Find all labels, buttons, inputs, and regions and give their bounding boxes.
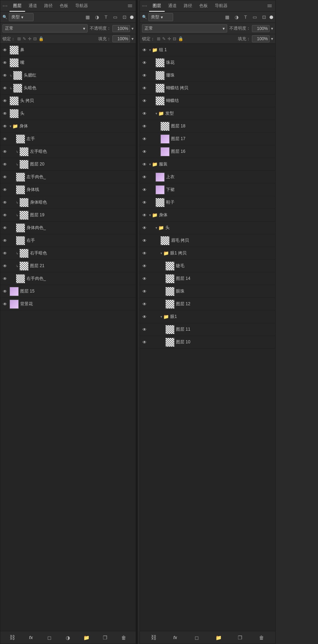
visibility-icon[interactable]: 👁 — [141, 60, 148, 66]
visibility-icon[interactable]: 👁 — [2, 110, 8, 117]
filter-type-select-right[interactable]: 类型 ▾ — [148, 13, 173, 21]
visibility-icon[interactable]: 👁 — [141, 110, 148, 117]
visibility-icon[interactable]: 👁 — [2, 98, 8, 104]
layer-item-eyelash[interactable]: 👁 睫毛 — [140, 260, 275, 272]
lock-move-icon-r[interactable]: ✛ — [167, 36, 171, 41]
tab-paths-right[interactable]: 路径 — [180, 1, 196, 11]
visibility-icon[interactable]: 👁 — [2, 276, 8, 282]
tab-paths-left[interactable]: 路径 — [41, 1, 56, 11]
layer-item-coral-pearl[interactable]: 👁 珊珠 — [140, 69, 275, 82]
layer-item-layer20[interactable]: 👁 ↳ 图层 20 — [0, 158, 136, 171]
mask-button[interactable]: ◻ — [45, 633, 54, 642]
visibility-icon[interactable]: 👁 — [2, 149, 8, 155]
fill-input-left[interactable]: 100% — [112, 35, 130, 42]
lock-artboard-icon[interactable]: ⊟ — [33, 36, 37, 41]
layer-item-layer17[interactable]: 👁 图层 17 — [140, 133, 275, 145]
layer-item-head-folder-r[interactable]: 👁 ▾ 📁 头 — [140, 222, 275, 234]
visibility-icon[interactable]: 👁 — [2, 47, 8, 53]
lock-all-icon-r[interactable]: 🔒 — [178, 36, 183, 41]
visibility-icon[interactable]: 👁 — [141, 85, 148, 91]
link-button[interactable]: ⛓ — [8, 633, 17, 642]
panel-menu-right[interactable] — [267, 3, 273, 9]
tab-navigator-left[interactable]: 导航器 — [72, 1, 92, 11]
layer-item-layer19[interactable]: 👁 ↳ 图层 19 — [0, 209, 136, 222]
layer-item-layer14[interactable]: 👁 图层 14 — [140, 272, 275, 285]
layer-item-group1[interactable]: 👁 ▾ 📁 组 1 — [140, 44, 275, 56]
layer-item-eyebrow-copy[interactable]: 👁 眉毛 拷贝 — [140, 234, 275, 247]
copy-button[interactable]: ❐ — [101, 633, 109, 642]
visibility-icon[interactable]: 👁 — [141, 47, 148, 53]
layer-item-shoes[interactable]: 👁 鞋子 — [140, 196, 275, 209]
visibility-icon[interactable]: 👁 — [141, 339, 148, 345]
visibility-icon[interactable]: 👁 — [141, 237, 148, 244]
visibility-icon[interactable]: 👁 — [141, 72, 148, 79]
opacity-input-left[interactable]: 100% — [112, 25, 130, 32]
layer-item-layer12[interactable]: 👁 图层 12 — [140, 298, 275, 311]
tab-channels-left[interactable]: 通道 — [25, 1, 41, 11]
smart-filter-icon[interactable]: ⊡ — [121, 14, 128, 21]
lock-pixels-icon-r[interactable]: ⊞ — [157, 36, 160, 41]
visibility-icon[interactable]: 👁 — [2, 199, 8, 206]
mask-button-r[interactable]: ◻ — [193, 633, 201, 642]
layer-item-right-hand-dark[interactable]: 👁 ↳ 右手暗色 — [0, 247, 136, 260]
visibility-icon[interactable]: 👁 — [2, 301, 8, 307]
visibility-icon[interactable]: 👁 — [2, 237, 8, 244]
layer-item-body-line[interactable]: 👁 身体线 — [0, 183, 136, 196]
lock-paint-icon-r[interactable]: ✎ — [162, 36, 166, 41]
layer-item-left-hand[interactable]: 👁 左手 — [0, 133, 136, 145]
lock-artboard-icon-r[interactable]: ⊟ — [173, 36, 176, 41]
visibility-icon[interactable]: 👁 — [141, 250, 148, 257]
fx-button-r[interactable]: fx — [171, 633, 179, 642]
visibility-icon[interactable]: 👁 — [141, 123, 148, 130]
visibility-icon[interactable]: 👁 — [141, 187, 148, 193]
visibility-icon[interactable]: 👁 — [141, 263, 148, 269]
text-filter-icon-r[interactable]: T — [242, 14, 249, 21]
layer-item-layer15[interactable]: 👁 图层 15 — [0, 285, 136, 298]
layer-item-left-hand-skin[interactable]: 👁 左手肉色_ — [0, 171, 136, 183]
lock-all-icon[interactable]: 🔒 — [39, 36, 44, 41]
visibility-icon[interactable]: 👁 — [141, 199, 148, 206]
layer-item-layer18[interactable]: 👁 图层 18 — [140, 120, 275, 133]
visibility-icon[interactable]: 👁 — [2, 288, 8, 295]
lock-move-icon[interactable]: ✛ — [28, 36, 31, 41]
visibility-icon[interactable]: 👁 — [2, 85, 8, 91]
visibility-icon[interactable]: 👁 — [2, 174, 8, 180]
visibility-icon[interactable]: 👁 — [141, 98, 148, 104]
tab-channels-right[interactable]: 通道 — [165, 1, 180, 11]
layer-item-clothing-folder[interactable]: 👁 ▾ 📁 服装 — [140, 158, 275, 171]
visibility-icon[interactable]: 👁 — [2, 212, 8, 218]
copy-button-r[interactable]: ❐ — [236, 633, 244, 642]
visibility-icon[interactable]: 👁 — [2, 225, 8, 231]
visibility-icon[interactable]: 👁 — [141, 288, 148, 295]
layer-item-skirt[interactable]: 👁 下裙 — [140, 183, 275, 196]
image-filter-icon[interactable]: ▦ — [84, 14, 91, 21]
layer-item-head-blush[interactable]: 👁 ↳ 头腮红 — [0, 69, 136, 82]
tab-navigator-right[interactable]: 导航器 — [211, 1, 231, 11]
smart-filter-icon-r[interactable]: ⊡ — [260, 14, 267, 21]
layer-item-head[interactable]: 👁 头 — [0, 107, 136, 120]
lock-paint-icon[interactable]: ✎ — [23, 36, 26, 41]
layer-item-bow-copy[interactable]: 👁 蝴蝶结 拷贝 — [140, 82, 275, 95]
folder-button[interactable]: 📁 — [82, 633, 91, 642]
visibility-icon[interactable]: 👁 — [2, 187, 8, 193]
layer-item-pearl-flower[interactable]: 👁 珠花 — [140, 56, 275, 69]
layer-item-body-folder-r[interactable]: 👁 ▾ 📁 身体 — [140, 209, 275, 222]
image-filter-icon-r[interactable]: ▦ — [224, 14, 231, 21]
layer-item-right-hand[interactable]: 👁 右手 — [0, 234, 136, 247]
fill-input-right[interactable]: 100% — [252, 35, 270, 42]
layer-item-head-copy[interactable]: 👁 头 拷贝 — [0, 95, 136, 107]
visibility-icon[interactable]: 👁 — [141, 314, 148, 320]
visibility-icon[interactable]: 👁 — [2, 136, 8, 142]
tab-swatches-left[interactable]: 色板 — [56, 1, 72, 11]
layer-item-nose[interactable]: 👁 鼻 — [0, 44, 136, 56]
filter-type-select-left[interactable]: 类型 ▾ — [9, 13, 34, 21]
layer-item-iris[interactable]: 👁 眼珠 — [140, 285, 275, 298]
panel-menu-left[interactable] — [128, 3, 134, 9]
visibility-icon[interactable]: 👁 — [141, 301, 148, 307]
layer-item-layer11[interactable]: 👁 图层 11 — [140, 323, 275, 336]
visibility-icon[interactable]: 👁 — [141, 276, 148, 282]
layer-item-top[interactable]: 👁 上衣 — [140, 171, 275, 183]
layer-item-layer21[interactable]: 👁 ↳ 图层 21 — [0, 260, 136, 272]
layer-item-head-dark[interactable]: 👁 ↳ 头暗色 — [0, 82, 136, 95]
fx-button[interactable]: fx — [27, 633, 35, 642]
